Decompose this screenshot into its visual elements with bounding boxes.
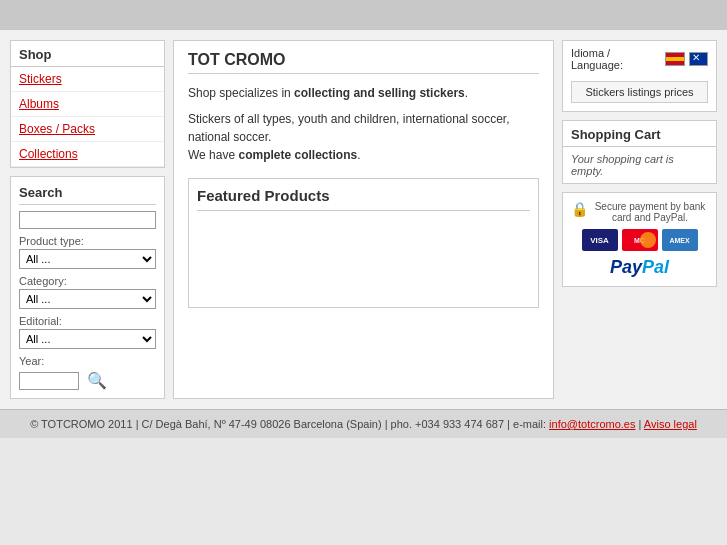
editorial-select[interactable]: All ... — [19, 329, 156, 349]
flag-uk-icon[interactable] — [689, 52, 708, 66]
intro-line3-bold: complete collections — [238, 148, 357, 162]
category-select[interactable]: All ... — [19, 289, 156, 309]
featured-title: Featured Products — [197, 187, 530, 211]
amex-card-icon: AMEX — [662, 229, 698, 251]
search-title: Search — [19, 185, 156, 205]
sidebar-item-albums[interactable]: Albums — [11, 92, 164, 117]
left-sidebar: Shop Stickers Albums Boxes / Packs Colle… — [10, 40, 165, 399]
search-button[interactable]: 🔍 — [87, 371, 107, 390]
payment-box: 🔒 Secure payment by bank card and PayPal… — [562, 192, 717, 287]
visa-card-icon: VISA — [582, 229, 618, 251]
category-label: Category: — [19, 275, 156, 287]
search-btn-area: 🔍 — [19, 371, 156, 390]
footer-separator: | — [635, 418, 643, 430]
stickers-listings-button[interactable]: Stickers listings prices — [571, 81, 708, 103]
flag-es-icon[interactable] — [665, 52, 684, 66]
footer-aviso-legal-link[interactable]: Aviso legal — [644, 418, 697, 430]
lock-icon: 🔒 — [571, 201, 588, 217]
shop-title: Shop — [11, 41, 164, 67]
center-title: TOT CROMO — [188, 51, 539, 74]
featured-content — [197, 219, 530, 299]
intro-line2: Stickers of all types, youth and childre… — [188, 112, 510, 144]
paypal-logo[interactable]: PayPal — [571, 257, 708, 278]
language-selector: Idioma / Language: — [563, 41, 716, 77]
sidebar-item-boxes-packs[interactable]: Boxes / Packs — [11, 117, 164, 142]
footer-text: © TOTCROMO 2011 | C/ Degà Bahí, Nº 47-49… — [30, 418, 549, 430]
featured-section: Featured Products — [188, 178, 539, 308]
year-input[interactable] — [19, 372, 79, 390]
payment-secure-text: 🔒 Secure payment by bank card and PayPal… — [571, 201, 708, 223]
intro-line1-bold: collecting and selling stickers — [294, 86, 465, 100]
intro-line1-suffix: . — [465, 86, 468, 100]
shopping-cart-empty-text: Your shopping cart is empty. — [563, 147, 716, 183]
year-label: Year: — [19, 355, 156, 367]
payment-cards: VISA MC AMEX — [571, 229, 708, 251]
shop-nav-box: Shop Stickers Albums Boxes / Packs Colle… — [10, 40, 165, 168]
page-wrapper: Shop Stickers Albums Boxes / Packs Colle… — [0, 0, 727, 545]
intro-line3-suffix: . — [357, 148, 360, 162]
sidebar-item-collections[interactable]: Collections — [11, 142, 164, 167]
intro-line3-prefix: We have — [188, 148, 238, 162]
language-box: Idioma / Language: Stickers listings pri… — [562, 40, 717, 112]
product-type-label: Product type: — [19, 235, 156, 247]
product-type-select[interactable]: All ... — [19, 249, 156, 269]
shopping-cart-box: Shopping Cart Your shopping cart is empt… — [562, 120, 717, 184]
main-area: Shop Stickers Albums Boxes / Packs Colle… — [0, 30, 727, 409]
intro-para-1: Shop specializes in collecting and selli… — [188, 84, 539, 102]
payment-secure-label: Secure payment by bank card and PayPal. — [592, 201, 708, 223]
search-box: Search Product type: All ... Category: A… — [10, 176, 165, 399]
intro-para-2: Stickers of all types, youth and childre… — [188, 110, 539, 164]
editorial-label: Editorial: — [19, 315, 156, 327]
center-content: TOT CROMO Shop specializes in collecting… — [173, 40, 554, 399]
right-sidebar: Idioma / Language: Stickers listings pri… — [562, 40, 717, 399]
language-label: Idioma / Language: — [571, 47, 661, 71]
top-bar — [0, 0, 727, 30]
shopping-cart-title: Shopping Cart — [563, 121, 716, 147]
sidebar-item-stickers[interactable]: Stickers — [11, 67, 164, 92]
mastercard-icon: MC — [622, 229, 658, 251]
search-input[interactable] — [19, 211, 156, 229]
footer: © TOTCROMO 2011 | C/ Degà Bahí, Nº 47-49… — [0, 409, 727, 438]
center-intro: Shop specializes in collecting and selli… — [188, 84, 539, 164]
intro-line1-prefix: Shop specializes in — [188, 86, 294, 100]
footer-email-link[interactable]: info@totcromo.es — [549, 418, 635, 430]
